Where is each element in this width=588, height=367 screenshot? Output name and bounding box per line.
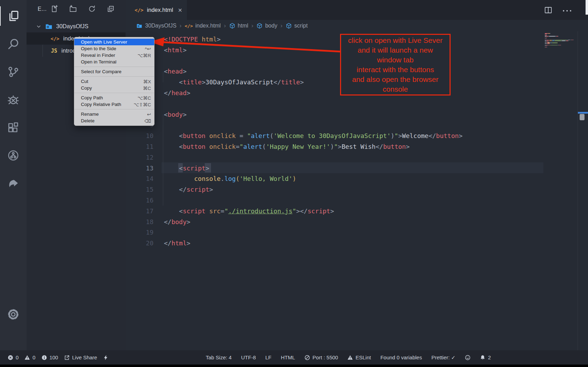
menu-item-cut[interactable]: Cut⌘X <box>74 78 154 85</box>
breadcrumb-item-html[interactable]: html <box>229 23 248 29</box>
symbol-cube-icon <box>256 23 263 29</box>
line-number: 13 <box>136 163 153 174</box>
overview-ruler-marker <box>578 112 588 114</box>
menu-item-label: Open to the Side <box>81 46 116 51</box>
line-number: 19 <box>136 227 153 238</box>
status-variables[interactable]: Found 0 variables <box>380 354 422 360</box>
live-share-icon[interactable] <box>0 174 27 193</box>
code-line-13[interactable]: 13 <script> <box>126 163 588 174</box>
line-number: 16 <box>136 195 153 206</box>
menu-item-rename[interactable]: Rename↩ <box>74 111 154 117</box>
code-text: </body> <box>164 216 190 227</box>
menu-item-copy-relative-path[interactable]: Copy Relative Path⌥⇧⌘C <box>74 101 154 108</box>
menu-item-select-for-compare[interactable]: Select for Compare <box>74 68 154 75</box>
menu-item-reveal-in-finder[interactable]: Reveal in Finder⌥⌘R <box>74 52 154 59</box>
settings-gear-icon[interactable] <box>0 305 27 324</box>
code-line-14[interactable]: 14 console.log('Hello, World') <box>126 173 588 184</box>
html-file-icon: </> <box>51 36 59 41</box>
status-label: 0 <box>32 354 35 360</box>
breadcrumb-label: script <box>294 23 308 29</box>
new-folder-icon[interactable] <box>69 5 77 13</box>
source-control-icon[interactable] <box>0 62 27 82</box>
menu-item-open-with-live-server[interactable]: Open with Live Server <box>74 39 154 45</box>
code-line-8[interactable]: 8<body> <box>126 109 588 120</box>
breadcrumb-label: 30DaysOfJS <box>145 23 176 29</box>
annotation-line: interact with the buttons <box>341 65 450 75</box>
code-line-11[interactable]: 11 <button onclick="alert('Happy New Yea… <box>126 141 588 152</box>
symbol-cube-icon <box>229 23 235 29</box>
code-line-7[interactable]: 7 <box>126 98 588 109</box>
status-eslint[interactable]: ESLint <box>347 354 371 360</box>
error-circle-icon <box>8 355 13 360</box>
more-actions-icon[interactable] <box>563 10 571 12</box>
minimap[interactable] <box>544 33 577 103</box>
breadcrumb-separator: › <box>280 22 282 29</box>
breadcrumb-separator: › <box>224 22 226 29</box>
share-box-icon <box>64 355 70 360</box>
status-infos[interactable]: 100 <box>42 354 58 360</box>
menu-item-label: Open in Terminal <box>81 59 116 64</box>
menu-item-copy-path[interactable]: Copy Path⌥⌘C <box>74 94 154 101</box>
annotation-line: and it will launch a new <box>341 45 450 55</box>
status-language-mode[interactable]: HTML <box>281 354 295 360</box>
tab-bar: </> index.html × <box>126 0 588 20</box>
menu-item-label: Copy Relative Path <box>81 102 121 107</box>
window-corner <box>586 0 588 15</box>
code-line-9[interactable]: 9 <box>126 120 588 130</box>
search-icon[interactable] <box>0 34 27 54</box>
status-bolt[interactable] <box>103 355 108 360</box>
breadcrumb-item-index-html[interactable]: </>index.html <box>184 23 220 29</box>
status-prettier[interactable]: Prettier: ✓ <box>431 354 455 361</box>
tree-root-label: 30DaysOfJS <box>56 23 89 30</box>
tab-index-html[interactable]: </> index.html × <box>126 0 187 20</box>
debug-icon[interactable] <box>0 90 27 109</box>
extensions-icon[interactable] <box>0 118 27 137</box>
code-line-20[interactable]: 20</html> <box>126 238 588 249</box>
menu-item-label: Copy Path <box>81 95 103 100</box>
scrollbar-handle[interactable] <box>580 114 585 120</box>
code-line-15[interactable]: 15 </script> <box>126 184 588 195</box>
code-line-19[interactable]: 19 <box>126 227 588 238</box>
line-number: 11 <box>136 141 153 152</box>
status-eol[interactable]: LF <box>265 354 272 360</box>
close-icon[interactable]: × <box>178 7 182 14</box>
js-file-icon: JS <box>51 48 57 54</box>
menu-item-copy[interactable]: Copy⌘C <box>74 85 154 91</box>
code-line-16[interactable]: 16 <box>126 195 588 206</box>
status-port[interactable]: Port : 5500 <box>304 354 338 360</box>
refresh-icon[interactable] <box>88 5 96 13</box>
status-tab-size[interactable]: Tab Size: 4 <box>206 354 232 360</box>
breadcrumb-item-30daysofjs[interactable]: 30DaysOfJS <box>136 23 176 29</box>
code-line-17[interactable]: 17 <script src="./introduction.js"></scr… <box>126 206 588 216</box>
explorer-icon[interactable] <box>0 6 27 26</box>
menu-item-shortcut: ⌘X <box>143 79 151 84</box>
status-warnings[interactable]: 0 <box>24 354 35 360</box>
tree-root-folder[interactable]: 30DaysOfJS <box>27 20 126 32</box>
breadcrumb-item-body[interactable]: body <box>256 23 277 29</box>
line-number: 14 <box>136 173 153 184</box>
status-encoding[interactable]: UTF-8 <box>241 354 256 360</box>
status-notifications[interactable]: 2 <box>480 354 491 360</box>
status-label: 0 <box>16 354 18 360</box>
code-line-18[interactable]: 18</body> <box>126 216 588 227</box>
status-feedback[interactable] <box>465 355 470 360</box>
status-errors[interactable]: 0 <box>8 354 18 360</box>
symbol-cube-icon <box>286 23 292 29</box>
annotation-line: click on open with Live Sever <box>341 36 450 45</box>
breadcrumb-item-script[interactable]: script <box>286 23 308 29</box>
new-file-icon[interactable] <box>50 5 59 13</box>
smiley-icon <box>465 355 470 360</box>
status-live-share[interactable]: Live Share <box>64 354 97 360</box>
menu-item-open-to-the-side[interactable]: Open to the Side^↩ <box>74 45 154 52</box>
split-editor-icon[interactable] <box>544 6 552 16</box>
code-text: </script> <box>164 184 213 195</box>
explorer-title: E... <box>38 6 47 12</box>
code-line-10[interactable]: 10 <button onclick = "alert('Welcome to … <box>126 130 588 141</box>
menu-item-delete[interactable]: Delete⌫ <box>74 117 154 124</box>
menu-separator <box>74 93 154 93</box>
code-line-12[interactable]: 12 <box>126 152 588 163</box>
menu-item-open-in-terminal[interactable]: Open in Terminal <box>74 59 154 65</box>
collapse-all-icon[interactable] <box>107 5 115 13</box>
status-label: 100 <box>50 354 58 360</box>
circle-branch-icon[interactable] <box>0 146 27 165</box>
